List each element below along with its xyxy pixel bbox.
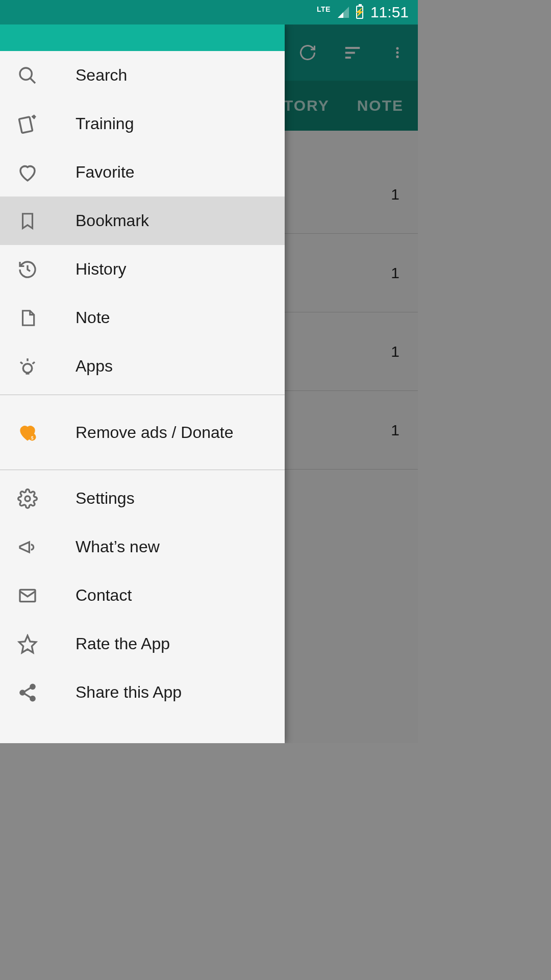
bookmark-icon bbox=[16, 210, 39, 232]
status-bar: LTE ⚡ 11:51 bbox=[0, 0, 418, 24]
drawer-item-label: Contact bbox=[76, 586, 132, 605]
heart-icon bbox=[16, 161, 39, 184]
drawer-item-note[interactable]: Note bbox=[0, 293, 285, 342]
drawer-item-label: Settings bbox=[76, 489, 135, 508]
network-label: LTE bbox=[317, 5, 331, 13]
divider bbox=[0, 395, 285, 395]
drawer-item-history[interactable]: History bbox=[0, 245, 285, 293]
drawer-item-training[interactable]: Training bbox=[0, 100, 285, 148]
star-icon bbox=[16, 633, 39, 655]
note-icon bbox=[16, 307, 39, 329]
drawer-item-label: Training bbox=[76, 114, 134, 133]
screen: STORY NOTE 1 1 1 1 Search Train bbox=[0, 0, 418, 743]
svg-line-25 bbox=[24, 693, 31, 697]
navigation-drawer: Search Training Favorite Bookmark bbox=[0, 24, 285, 743]
drawer-item-label: What’s new bbox=[76, 537, 160, 556]
svg-text:$: $ bbox=[31, 435, 34, 440]
drawer-item-label: Search bbox=[76, 66, 127, 85]
history-icon bbox=[16, 258, 39, 281]
drawer-item-share[interactable]: Share this App bbox=[0, 668, 285, 717]
drawer-item-rate[interactable]: Rate the App bbox=[0, 620, 285, 668]
share-icon bbox=[16, 681, 39, 704]
svg-marker-20 bbox=[19, 635, 36, 652]
gear-icon bbox=[16, 487, 39, 510]
svg-line-7 bbox=[30, 78, 35, 83]
drawer-item-settings[interactable]: Settings bbox=[0, 474, 285, 523]
drawer-item-favorite[interactable]: Favorite bbox=[0, 148, 285, 197]
clock: 11:51 bbox=[370, 4, 409, 21]
drawer-item-contact[interactable]: Contact bbox=[0, 571, 285, 620]
drawer-item-bookmark[interactable]: Bookmark bbox=[0, 197, 285, 245]
drawer-item-search[interactable]: Search bbox=[0, 51, 285, 100]
cards-icon bbox=[16, 113, 39, 135]
drawer-item-label: Favorite bbox=[76, 163, 135, 182]
drawer-item-donate[interactable]: $ Remove ads / Donate bbox=[0, 399, 285, 465]
svg-point-6 bbox=[20, 68, 32, 80]
signal-icon bbox=[338, 7, 349, 18]
heart-donate-icon: $ bbox=[16, 421, 39, 444]
drawer-item-label: Rate the App bbox=[76, 634, 170, 653]
drawer-item-label: Share this App bbox=[76, 683, 182, 702]
svg-line-13 bbox=[20, 362, 22, 364]
drawer-item-label: Note bbox=[76, 308, 110, 327]
drawer-item-apps[interactable]: Apps bbox=[0, 342, 285, 390]
svg-line-24 bbox=[24, 688, 31, 692]
mail-icon bbox=[16, 584, 39, 607]
megaphone-icon bbox=[16, 536, 39, 558]
drawer-item-label: Bookmark bbox=[76, 211, 149, 230]
svg-point-18 bbox=[25, 496, 30, 501]
svg-point-11 bbox=[23, 363, 32, 373]
drawer-list: Search Training Favorite Bookmark bbox=[0, 51, 285, 717]
battery-icon: ⚡ bbox=[356, 6, 363, 19]
drawer-item-label: History bbox=[76, 260, 127, 279]
svg-rect-8 bbox=[19, 116, 32, 133]
drawer-item-whatsnew[interactable]: What’s new bbox=[0, 523, 285, 571]
drawer-item-label: Remove ads / Donate bbox=[76, 423, 234, 442]
svg-line-14 bbox=[33, 362, 35, 364]
divider bbox=[0, 470, 285, 470]
search-icon bbox=[16, 64, 39, 87]
bulb-icon bbox=[16, 355, 39, 378]
drawer-header bbox=[0, 24, 285, 51]
drawer-item-label: Apps bbox=[76, 357, 113, 376]
